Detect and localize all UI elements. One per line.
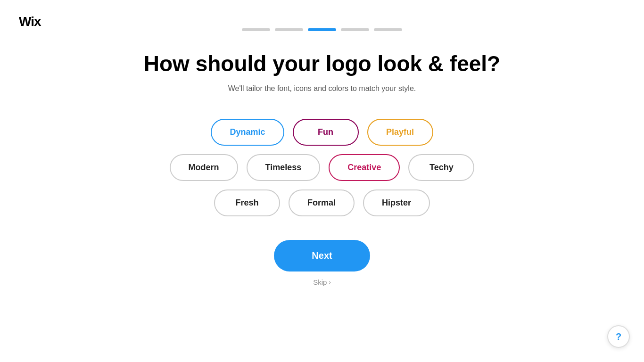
style-btn-fun[interactable]: Fun (293, 119, 359, 146)
style-btn-hipster[interactable]: Hipster (363, 189, 430, 216)
progress-segment-5 (374, 28, 402, 31)
skip-label: Skip (313, 278, 327, 286)
style-btn-timeless[interactable]: Timeless (247, 154, 321, 181)
skip-chevron-icon: › (329, 279, 330, 286)
style-row-3: Fresh Formal Hipster (214, 189, 430, 216)
progress-segment-3 (308, 28, 336, 31)
style-btn-fresh[interactable]: Fresh (214, 189, 280, 216)
help-button[interactable]: ? (607, 325, 630, 348)
style-options: Dynamic Fun Playful Modern Timeless Crea… (170, 119, 475, 216)
actions-container: Next Skip › (274, 216, 370, 286)
main-content: How should your logo look & feel? We'll … (0, 0, 644, 286)
progress-segment-1 (242, 28, 270, 31)
progress-segment-2 (275, 28, 303, 31)
page-subtitle: We'll tailor the font, icons and colors … (228, 84, 416, 93)
style-btn-formal[interactable]: Formal (289, 189, 355, 216)
page-title: How should your logo look & feel? (144, 52, 500, 76)
progress-bar (0, 28, 644, 31)
style-btn-creative[interactable]: Creative (329, 154, 400, 181)
skip-button[interactable]: Skip › (313, 278, 331, 286)
next-button[interactable]: Next (274, 240, 370, 272)
style-btn-techy[interactable]: Techy (408, 154, 474, 181)
progress-segment-4 (341, 28, 369, 31)
style-btn-modern[interactable]: Modern (170, 154, 238, 181)
style-btn-playful[interactable]: Playful (367, 119, 433, 146)
wix-logo: Wix (19, 14, 41, 29)
style-row-1: Dynamic Fun Playful (211, 119, 433, 146)
style-row-2: Modern Timeless Creative Techy (170, 154, 475, 181)
style-btn-dynamic[interactable]: Dynamic (211, 119, 284, 146)
